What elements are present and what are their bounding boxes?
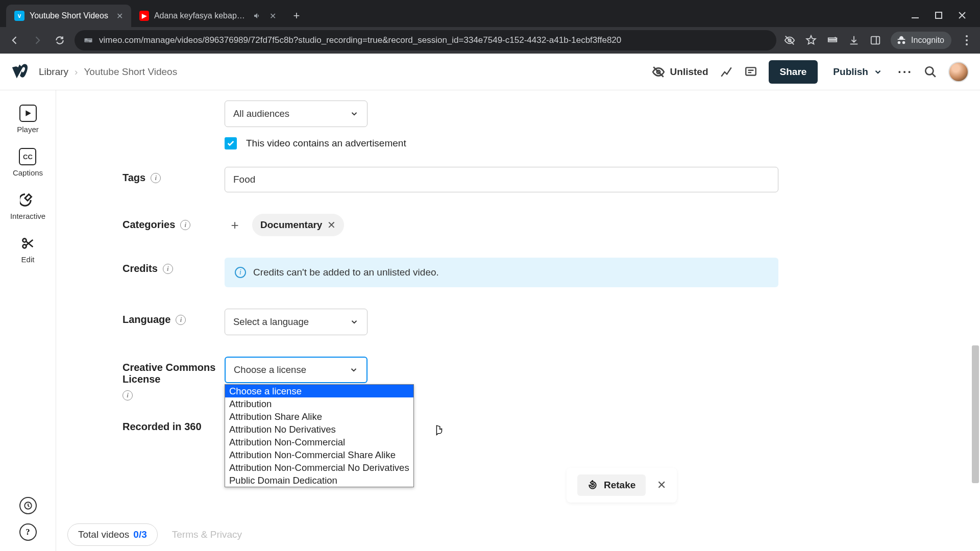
language-select[interactable]: Select a language	[225, 309, 368, 335]
left-rail: Player CC Captions Interactive Edit ?	[0, 90, 56, 551]
scrollbar-thumb[interactable]	[972, 345, 979, 483]
bookmark-star-icon[interactable]	[805, 34, 817, 46]
audience-select[interactable]: All audiences	[225, 101, 368, 127]
main-content: All audiences This video contains an adv…	[56, 90, 980, 551]
license-option[interactable]: Attribution Non-Commercial Share Alike	[225, 448, 413, 461]
download-icon[interactable]	[848, 34, 860, 46]
tab-title: Adana keyfasya kebap'dan	[154, 11, 246, 20]
sidebar-item-captions[interactable]: CC Captions	[13, 148, 43, 177]
publish-button[interactable]: Publish	[829, 60, 887, 84]
activity-icon[interactable]	[19, 497, 37, 514]
chevron-right-icon: ›	[75, 66, 78, 78]
player-icon	[19, 105, 37, 122]
eye-off-icon[interactable]	[783, 34, 796, 46]
svg-point-12	[966, 43, 968, 45]
breadcrumb-root[interactable]: Library	[39, 66, 68, 78]
svg-point-11	[966, 39, 968, 41]
captions-icon: CC	[19, 148, 36, 165]
browser-titlebar: v Youtube Short Videos ✕ ▶ Adana keyfasy…	[0, 0, 980, 27]
language-label: Language	[122, 314, 170, 325]
interactive-icon	[19, 191, 36, 209]
breadcrumb-current: Youtube Short Videos	[84, 66, 177, 78]
info-icon[interactable]: i	[151, 173, 161, 183]
tab-close-icon[interactable]: ✕	[270, 11, 276, 21]
window-close-icon[interactable]	[958, 11, 967, 20]
svg-point-4	[86, 39, 87, 40]
license-option[interactable]: Attribution	[225, 397, 413, 410]
ad-checkbox[interactable]	[225, 137, 237, 149]
svg-point-10	[966, 35, 968, 37]
tab-title: Youtube Short Videos	[30, 11, 108, 20]
sidebar-item-edit[interactable]: Edit	[19, 235, 37, 264]
url-text: vimeo.com/manage/videos/896376989/72fd7f…	[99, 35, 621, 45]
sidebar-item-interactive[interactable]: Interactive	[10, 191, 45, 220]
license-select[interactable]: Choose a license	[225, 357, 368, 383]
comments-icon[interactable]	[744, 65, 757, 79]
svg-rect-14	[746, 67, 756, 75]
media-control-icon[interactable]	[826, 34, 839, 46]
page-scrollbar[interactable]	[972, 90, 979, 551]
browser-menu-icon[interactable]	[961, 34, 973, 46]
banner-text: Credits can't be added to an unlisted vi…	[253, 267, 439, 278]
total-count: 0/3	[133, 529, 146, 540]
chevron-down-icon	[350, 109, 359, 118]
vimeo-logo-icon[interactable]	[11, 63, 30, 81]
svg-rect-1	[936, 12, 942, 18]
audience-value: All audiences	[233, 108, 289, 119]
info-icon[interactable]: i	[180, 220, 190, 230]
categories-label: Categories	[122, 219, 175, 231]
back-button[interactable]	[7, 33, 22, 48]
browser-tab-inactive[interactable]: ▶ Adana keyfasya kebap'dan ✕	[131, 5, 284, 27]
license-option[interactable]: Choose a license	[225, 385, 413, 397]
browser-toolbar: vimeo.com/manage/videos/896376989/72fd7f…	[0, 27, 980, 54]
address-bar[interactable]: vimeo.com/manage/videos/896376989/72fd7f…	[75, 30, 776, 51]
analytics-icon[interactable]	[720, 65, 733, 79]
license-option[interactable]: Attribution Non-Commercial No Derivative…	[225, 461, 413, 474]
total-videos-pill[interactable]: Total videos 0/3	[67, 523, 158, 546]
terms-link[interactable]: Terms & Privacy	[172, 529, 242, 540]
tags-input[interactable]: Food	[225, 167, 778, 192]
info-icon[interactable]: i	[176, 315, 186, 325]
tags-label: Tags	[122, 172, 145, 184]
app-header: Library › Youtube Short Videos Unlisted …	[0, 54, 980, 90]
side-panel-icon[interactable]	[869, 34, 881, 46]
avatar[interactable]	[948, 62, 969, 82]
more-menu-button[interactable]: ···	[898, 65, 913, 79]
recorded360-label: Recorded in 360	[122, 421, 202, 433]
tab-audio-icon[interactable]	[253, 12, 261, 20]
retake-button[interactable]: Retake	[577, 474, 646, 496]
chip-label: Documentary	[260, 219, 322, 231]
info-icon: i	[235, 267, 246, 278]
new-tab-button[interactable]: +	[287, 7, 306, 25]
retake-icon	[587, 480, 598, 490]
license-option[interactable]: Attribution No Derivatives	[225, 423, 413, 436]
total-label: Total videos	[78, 529, 129, 540]
license-option[interactable]: Public Domain Dedication	[225, 474, 413, 487]
svg-point-15	[925, 67, 933, 74]
chip-remove-icon[interactable]: ✕	[327, 219, 336, 231]
svg-point-5	[89, 40, 91, 42]
close-icon[interactable]: ✕	[657, 479, 666, 492]
reload-button[interactable]	[52, 33, 67, 48]
chevron-down-icon	[873, 67, 883, 77]
help-icon[interactable]: ?	[19, 523, 37, 541]
browser-tab-active[interactable]: v Youtube Short Videos ✕	[6, 5, 131, 27]
sidebar-item-player[interactable]: Player	[17, 105, 39, 134]
license-option[interactable]: Attribution Share Alike	[225, 410, 413, 423]
window-minimize-icon[interactable]	[911, 11, 920, 20]
sidebar-item-label: Interactive	[10, 212, 45, 220]
info-icon[interactable]: i	[163, 264, 173, 274]
retake-label: Retake	[604, 480, 635, 491]
site-settings-icon[interactable]	[84, 36, 93, 45]
category-chip: Documentary ✕	[252, 214, 344, 236]
search-icon[interactable]	[924, 65, 937, 79]
tab-close-icon[interactable]: ✕	[116, 11, 123, 21]
window-maximize-icon[interactable]	[934, 11, 943, 20]
info-icon[interactable]: i	[122, 390, 133, 400]
privacy-indicator[interactable]: Unlisted	[652, 65, 708, 79]
add-category-button[interactable]: +	[225, 215, 245, 235]
incognito-indicator[interactable]: Incognito	[891, 32, 951, 49]
license-option[interactable]: Attribution Non-Commercial	[225, 436, 413, 448]
share-button[interactable]: Share	[769, 60, 818, 84]
language-placeholder: Select a language	[233, 316, 309, 328]
